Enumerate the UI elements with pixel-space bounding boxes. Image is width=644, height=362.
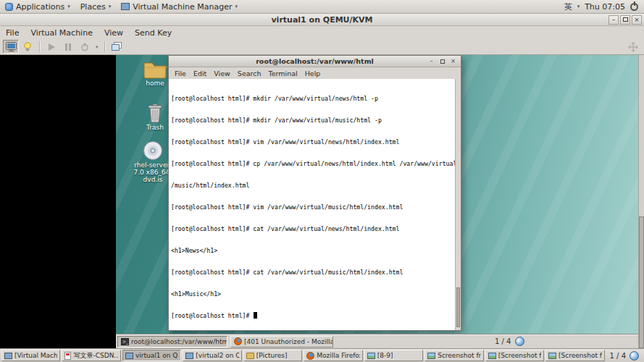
applications-menu[interactable]: Applications ▾	[0, 0, 75, 13]
host-task-virtual1[interactable]: virtual1 on QE...	[122, 350, 181, 361]
host-pager-text: 1 / 4	[610, 352, 626, 360]
vm-icon	[125, 353, 133, 359]
terminal-scrollbar[interactable]	[455, 79, 461, 330]
places-menu-label: Places	[80, 2, 106, 12]
terminal-menu-search[interactable]: Search	[234, 70, 265, 77]
desktop-icon-label: home	[146, 80, 164, 87]
host-task-screenshot-3[interactable]: [Screenshot fro...	[545, 350, 604, 361]
guest-task-terminal[interactable]: root@localhost:/var/www/html	[117, 336, 227, 348]
menu-virtual-machine[interactable]: Virtual Machine	[25, 26, 99, 39]
maximize-button[interactable]	[620, 15, 630, 25]
terminal-titlebar[interactable]: root@localhost:/var/www/html – ×	[169, 56, 461, 67]
image-icon	[488, 353, 496, 359]
show-console-button[interactable]	[3, 40, 19, 54]
firefox-icon	[234, 337, 242, 345]
vm-window-title: virtual1 on QEMU/KVM	[0, 15, 644, 25]
terminal-minimize-button[interactable]: –	[427, 57, 435, 65]
input-method-indicator[interactable]: 英	[564, 1, 572, 12]
guest-taskbar: root@localhost:/var/www/html [401 Unauth…	[116, 334, 638, 348]
minimize-button[interactable]: –	[609, 15, 619, 25]
terminal-menu-terminal[interactable]: Terminal	[265, 70, 301, 77]
host-workspace-pager[interactable]: 1 / 4	[606, 351, 643, 361]
terminal-menu-edit[interactable]: Edit	[190, 70, 210, 77]
host-taskbar: [Virtual Machin... 写文章-CSDN... virtual1 …	[0, 348, 644, 362]
menu-view[interactable]: View	[99, 26, 129, 39]
terminal-line: [root@localhost html]# cat /var/www/virt…	[171, 269, 459, 276]
desktop-icon-label: Trash	[146, 124, 164, 131]
lightbulb-icon	[23, 42, 32, 52]
guest-task-label: [401 Unauthorized - Mozilla Firef...	[244, 338, 333, 345]
folder-icon	[246, 353, 254, 359]
vmm-menu[interactable]: Virtual Machine Manager ▾	[116, 0, 243, 13]
image-icon	[548, 353, 556, 359]
terminal-line: [root@localhost html]# vim /var/www/virt…	[171, 203, 459, 211]
host-task-screenshot-2[interactable]: [Screenshot fro...	[485, 350, 544, 361]
terminal-close-button[interactable]: ×	[449, 57, 457, 65]
menu-send-key[interactable]: Send Key	[129, 26, 177, 39]
firefox-icon	[306, 352, 314, 360]
terminal-window: root@localhost:/var/www/html – × File Ed…	[168, 55, 461, 331]
snapshots-icon	[112, 42, 122, 51]
vm-window-toolbar: ▾	[0, 39, 644, 55]
host-task-firefox[interactable]: Mozilla Firefox	[304, 350, 362, 361]
host-task-virtual2[interactable]: [virtual2 on QE...	[183, 350, 241, 361]
terminal-line: [root@localhost html]# vim /var/www/virt…	[171, 138, 459, 146]
host-task-csdn[interactable]: 写文章-CSDN...	[62, 350, 120, 361]
host-task-pictures[interactable]: [Pictures]	[243, 350, 302, 361]
terminal-prompt-line: [root@localhost html]#	[171, 312, 459, 319]
terminal-line: <h1>News</h1>	[171, 247, 459, 254]
menu-file[interactable]: File	[0, 26, 25, 39]
power-icon[interactable]	[630, 3, 638, 11]
guest-workspace-pager[interactable]: 1 / 4	[495, 334, 524, 348]
maximize-icon	[623, 17, 628, 22]
image-icon	[367, 353, 375, 359]
fullscreen-button[interactable]	[625, 40, 641, 54]
host-top-panel: Applications ▾ Places ▾ Virtual Machine …	[0, 0, 644, 14]
console-scrollbar-thumb[interactable]	[639, 216, 644, 348]
terminal-output: [root@localhost html]# mkdir /var/www/vi…	[169, 79, 461, 330]
host-task-screenshot-1[interactable]: Screenshot fro...	[425, 350, 483, 361]
power-off-icon	[80, 43, 89, 51]
vmm-menu-label: Virtual Machine Manager	[133, 2, 232, 12]
terminal-prompt: [root@localhost html]#	[171, 312, 253, 319]
vm-window-titlebar[interactable]: virtual1 on QEMU/KVM – ×	[0, 14, 644, 26]
terminal-line: /music/html/index.html	[171, 182, 459, 189]
pause-icon	[64, 43, 72, 51]
snapshots-button[interactable]	[109, 40, 125, 54]
host-task-image-viewer[interactable]: [8-9]	[364, 350, 423, 361]
terminal-menu-help[interactable]: Help	[301, 70, 325, 77]
guest-pager-text: 1 / 4	[495, 337, 511, 345]
maximize-icon	[440, 59, 445, 64]
terminal-title: root@localhost:/var/www/html	[169, 57, 461, 65]
shutdown-menu-button[interactable]: ▾	[93, 44, 101, 50]
terminal-line: [root@localhost html]# mkdir /var/www/vi…	[171, 117, 459, 124]
terminal-line: [root@localhost html]# mkdir /var/www/vi…	[171, 95, 459, 102]
terminal-maximize-button[interactable]	[438, 57, 446, 65]
terminal-body[interactable]: [root@localhost html]# mkdir /var/www/vi…	[169, 79, 461, 330]
pause-button[interactable]	[60, 40, 76, 54]
applications-menu-label: Applications	[16, 2, 64, 12]
terminal-cursor	[254, 312, 257, 319]
host-task-vmm[interactable]: [Virtual Machin...	[1, 350, 60, 361]
fullscreen-icon	[628, 42, 638, 52]
terminal-scrollbar-thumb[interactable]	[456, 287, 460, 327]
guest-screen[interactable]: home Trash rhel-server-7.0 x86_64-dvd.is…	[116, 55, 638, 348]
console-scrollbar[interactable]	[638, 55, 644, 348]
terminal-menu-view[interactable]: View	[210, 70, 234, 77]
run-button[interactable]	[43, 40, 59, 54]
guest-pager-icon[interactable]	[515, 337, 524, 346]
places-menu[interactable]: Places ▾	[75, 0, 117, 13]
shutdown-button[interactable]	[77, 40, 93, 54]
play-icon	[47, 43, 56, 51]
show-details-button[interactable]	[20, 40, 35, 54]
host-pager-icon[interactable]	[630, 351, 639, 361]
page-icon	[64, 352, 71, 360]
chevron-down-icon: ▾	[109, 4, 112, 9]
guest-task-firefox[interactable]: [401 Unauthorized - Mozilla Firef...	[230, 336, 333, 348]
chevron-down-icon: ▾	[67, 4, 70, 9]
close-button[interactable]: ×	[632, 15, 642, 25]
applications-icon	[5, 3, 13, 11]
clock[interactable]: Thu 07:05	[585, 2, 625, 12]
terminal-menu-file[interactable]: File	[171, 70, 190, 77]
terminal-line: [root@localhost html]# cat /var/www/virt…	[171, 225, 459, 232]
